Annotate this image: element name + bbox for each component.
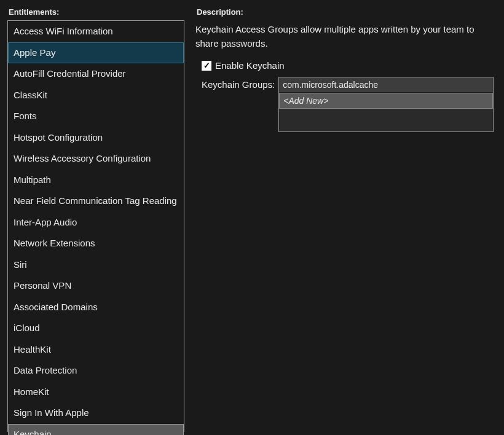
keychain-groups-label: Keychain Groups:	[202, 77, 275, 90]
entitlement-item[interactable]: Apple Pay	[8, 42, 184, 64]
entitlement-item[interactable]: HomeKit	[8, 382, 184, 403]
entitlement-item[interactable]: Sign In With Apple	[8, 402, 184, 424]
entitlements-panel: Entitlements: Access WiFi InformationApp…	[7, 6, 184, 429]
entitlement-item[interactable]: ClassKit	[8, 85, 184, 106]
entitlements-header: Entitlements:	[7, 6, 184, 20]
entitlement-item[interactable]: Multipath	[8, 170, 184, 191]
entitlement-item[interactable]: Wireless Accessory Configuration	[8, 148, 184, 170]
entitlement-item[interactable]: Fonts	[8, 106, 184, 127]
entitlement-item[interactable]: AutoFill Credential Provider	[8, 63, 184, 85]
entitlement-item[interactable]: Siri	[8, 254, 184, 276]
entitlement-item[interactable]: iCloud	[8, 318, 184, 339]
entitlement-item[interactable]: Near Field Communication Tag Reading	[8, 190, 184, 212]
entitlement-item[interactable]: HealthKit	[8, 339, 184, 361]
entitlement-item[interactable]: Associated Domains	[8, 297, 184, 318]
description-header: Description:	[195, 6, 497, 20]
enable-keychain-label: Enable Keychain	[215, 60, 285, 71]
entitlement-item[interactable]: Data Protection	[8, 360, 184, 382]
enable-keychain-row[interactable]: ✓ Enable Keychain	[195, 59, 497, 77]
description-panel: Description: Keychain Access Groups allo…	[184, 6, 497, 429]
description-text: Keychain Access Groups allow multiple ap…	[195, 20, 497, 59]
keychain-group-entry[interactable]: com.microsoft.adalcache	[279, 77, 493, 93]
keychain-group-add-new[interactable]: <Add New>	[279, 93, 493, 109]
entitlement-item[interactable]: Hotspot Configuration	[8, 127, 184, 149]
entitlement-item[interactable]: Personal VPN	[8, 275, 184, 297]
entitlement-item[interactable]: Inter-App Audio	[8, 212, 184, 233]
entitlement-item[interactable]: Access WiFi Information	[8, 21, 184, 42]
keychain-groups-box: com.microsoft.adalcache<Add New>	[278, 77, 494, 132]
entitlement-item[interactable]: Network Extensions	[8, 233, 184, 254]
entitlements-list: Access WiFi InformationApple PayAutoFill…	[7, 20, 184, 432]
keychain-groups-row: Keychain Groups: com.microsoft.adalcache…	[195, 77, 497, 132]
entitlement-item[interactable]: Keychain	[8, 424, 184, 436]
enable-keychain-checkbox[interactable]: ✓	[202, 61, 211, 71]
